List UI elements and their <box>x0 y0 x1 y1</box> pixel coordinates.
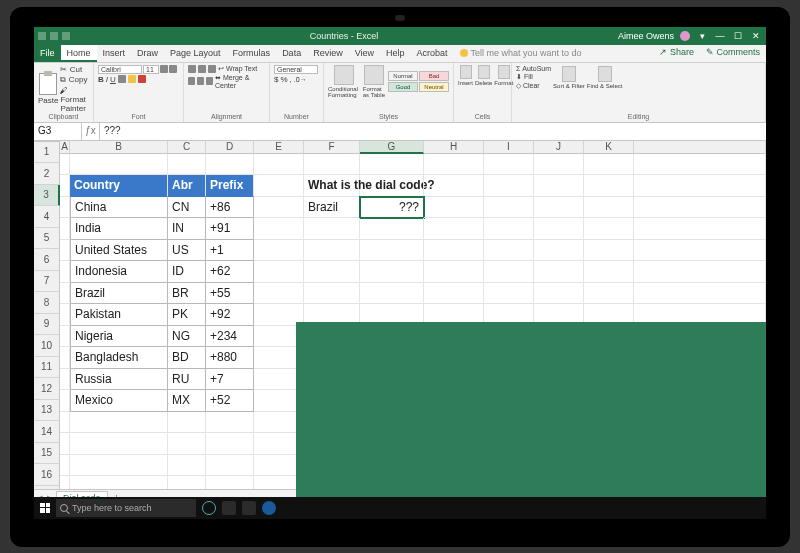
row-header-12[interactable]: 12 <box>34 378 60 400</box>
cell-rest-1[interactable] <box>634 154 766 176</box>
align-right-icon[interactable] <box>206 77 213 85</box>
cell-A14[interactable] <box>60 433 70 455</box>
cell-E4[interactable] <box>254 218 304 240</box>
cell-H4[interactable] <box>424 218 484 240</box>
tab-view[interactable]: View <box>349 45 380 62</box>
cell-A12[interactable] <box>60 390 70 412</box>
cell-C7[interactable]: BR <box>168 283 206 305</box>
cell-A13[interactable] <box>60 412 70 434</box>
tab-help[interactable]: Help <box>380 45 411 62</box>
delete-cells-button[interactable]: Delete <box>475 65 492 86</box>
cell-B15[interactable] <box>70 455 168 477</box>
cell-D14[interactable] <box>206 433 254 455</box>
cell-D3[interactable]: +86 <box>206 197 254 219</box>
cell-G6[interactable] <box>360 261 424 283</box>
bold-button[interactable]: B <box>98 75 104 84</box>
cell-I2[interactable] <box>484 175 534 197</box>
column-header-rest[interactable] <box>634 141 766 154</box>
cell-C6[interactable]: ID <box>168 261 206 283</box>
cell-B2[interactable]: Country <box>70 175 168 197</box>
cell-E3[interactable] <box>254 197 304 219</box>
cell-G7[interactable] <box>360 283 424 305</box>
row-header-10[interactable]: 10 <box>34 335 60 357</box>
cell-C5[interactable]: US <box>168 240 206 262</box>
cell-F5[interactable] <box>304 240 360 262</box>
tab-insert[interactable]: Insert <box>97 45 132 62</box>
cell-A2[interactable] <box>60 175 70 197</box>
redo-icon[interactable] <box>62 32 70 40</box>
column-header-G[interactable]: G <box>360 141 424 154</box>
row-header-13[interactable]: 13 <box>34 400 60 422</box>
cell-D8[interactable]: +92 <box>206 304 254 326</box>
cell-H7[interactable] <box>424 283 484 305</box>
cell-E5[interactable] <box>254 240 304 262</box>
store-icon[interactable] <box>242 501 256 515</box>
column-header-F[interactable]: F <box>304 141 360 154</box>
row-header-9[interactable]: 9 <box>34 314 60 336</box>
cell-J1[interactable] <box>534 154 584 176</box>
ribbon-options-icon[interactable]: ▾ <box>696 31 708 41</box>
cell-D15[interactable] <box>206 455 254 477</box>
merge-center-button[interactable]: ⬌ Merge & Center <box>215 74 265 89</box>
undo-icon[interactable] <box>50 32 58 40</box>
cell-I1[interactable] <box>484 154 534 176</box>
cell-I6[interactable] <box>484 261 534 283</box>
cell-F2[interactable]: What is the dial code? <box>304 175 360 197</box>
cell-rest-4[interactable] <box>634 218 766 240</box>
style-normal[interactable]: Normal <box>388 71 418 81</box>
cell-B8[interactable]: Pakistan <box>70 304 168 326</box>
row-header-3[interactable]: 3 <box>34 185 60 207</box>
align-top-icon[interactable] <box>188 65 196 73</box>
cell-B9[interactable]: Nigeria <box>70 326 168 348</box>
save-icon[interactable] <box>38 32 46 40</box>
cell-D16[interactable] <box>206 476 254 489</box>
cell-E2[interactable] <box>254 175 304 197</box>
cell-H6[interactable] <box>424 261 484 283</box>
tab-data[interactable]: Data <box>276 45 307 62</box>
font-size-select[interactable]: 11 <box>143 65 159 74</box>
cell-C16[interactable] <box>168 476 206 489</box>
cell-J4[interactable] <box>534 218 584 240</box>
comments-button[interactable]: ✎ Comments <box>700 45 766 62</box>
align-center-icon[interactable] <box>197 77 204 85</box>
cell-C8[interactable]: PK <box>168 304 206 326</box>
cell-C1[interactable] <box>168 154 206 176</box>
row-header-8[interactable]: 8 <box>34 292 60 314</box>
cell-C3[interactable]: CN <box>168 197 206 219</box>
align-left-icon[interactable] <box>188 77 195 85</box>
tab-acrobat[interactable]: Acrobat <box>411 45 454 62</box>
row-header-7[interactable]: 7 <box>34 271 60 293</box>
cell-D7[interactable]: +55 <box>206 283 254 305</box>
cell-C15[interactable] <box>168 455 206 477</box>
cell-G3[interactable]: ??? <box>360 197 424 219</box>
italic-button[interactable]: I <box>106 75 108 84</box>
column-header-E[interactable]: E <box>254 141 304 154</box>
cell-F1[interactable] <box>304 154 360 176</box>
cell-K2[interactable] <box>584 175 634 197</box>
cell-A11[interactable] <box>60 369 70 391</box>
style-good[interactable]: Good <box>388 82 418 92</box>
share-button[interactable]: ↗ Share <box>653 45 700 62</box>
tab-file[interactable]: File <box>34 45 61 62</box>
cell-rest-5[interactable] <box>634 240 766 262</box>
style-neutral[interactable]: Neutral <box>419 82 449 92</box>
cell-K5[interactable] <box>584 240 634 262</box>
format-cells-button[interactable]: Format <box>494 65 513 86</box>
cell-F7[interactable] <box>304 283 360 305</box>
cell-C11[interactable]: RU <box>168 369 206 391</box>
column-header-A[interactable]: A <box>60 141 70 154</box>
cell-K3[interactable] <box>584 197 634 219</box>
column-header-C[interactable]: C <box>168 141 206 154</box>
cell-A6[interactable] <box>60 261 70 283</box>
increase-font-icon[interactable] <box>160 65 168 73</box>
cell-J5[interactable] <box>534 240 584 262</box>
cell-C14[interactable] <box>168 433 206 455</box>
cell-rest-2[interactable] <box>634 175 766 197</box>
number-format-select[interactable]: General <box>274 65 318 74</box>
cell-H3[interactable] <box>424 197 484 219</box>
cell-D12[interactable]: +52 <box>206 390 254 412</box>
quick-access-toolbar[interactable] <box>38 32 70 40</box>
tab-home[interactable]: Home <box>61 45 97 62</box>
cell-C10[interactable]: BD <box>168 347 206 369</box>
cell-K6[interactable] <box>584 261 634 283</box>
